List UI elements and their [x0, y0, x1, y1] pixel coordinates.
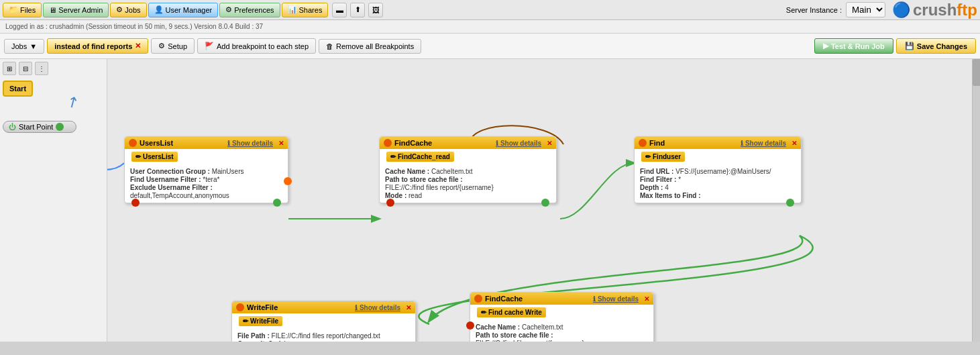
- node-body: Find URL : VFS://{username}:@MainUsers/ …: [635, 164, 801, 203]
- nav-extra-2[interactable]: ⬆: [350, 3, 365, 17]
- trash-icon: 🗑: [326, 42, 333, 50]
- close-icon[interactable]: ✕: [135, 42, 141, 50]
- workflow-canvas: ⊞ ⊟ ⋮ Start ↗ ⏻ Start Point UsersList ℹ …: [0, 59, 980, 342]
- show-details-btn[interactable]: ℹ Show details: [593, 295, 639, 303]
- shares-icon: 📊: [288, 5, 297, 14]
- active-dot: [56, 123, 64, 131]
- node-sub-header: Finduser: [641, 152, 685, 162]
- node-sub-header: UsersList: [131, 152, 178, 162]
- server-icon: 🖥: [49, 6, 56, 14]
- dots-icon[interactable]: ⋮: [35, 62, 48, 75]
- grid-icon[interactable]: ⊞: [3, 62, 16, 75]
- server-select[interactable]: Main: [846, 2, 885, 17]
- close-node-btn[interactable]: ✕: [406, 304, 411, 311]
- node-sub-header: WriteFile: [239, 316, 282, 326]
- node-body: User Connection Group : MainUsers Find U…: [125, 164, 288, 203]
- show-details-btn[interactable]: ℹ Show details: [496, 140, 541, 147]
- start-point-btn[interactable]: ⏻ Start Point: [3, 121, 76, 133]
- test-run-btn[interactable]: ▶ Test & Run Job: [814, 38, 893, 54]
- node-body: File Path : FILE://C:/find files report/…: [232, 329, 415, 342]
- layout-icon[interactable]: ⊟: [19, 62, 32, 75]
- write-file-node: WriteFile ℹ Show details ✕ WriteFile Fil…: [231, 301, 416, 342]
- toolbar: Jobs ▼ instead of find reports ✕ ⚙ Setup…: [0, 34, 980, 59]
- pencil-icon: [390, 153, 396, 160]
- logo: 🔵 crushftp: [892, 1, 977, 19]
- status-bar: Logged in as : crushadmin (Session timeo…: [0, 20, 980, 34]
- find-cache-read-header: FindCache ℹ Show details ✕: [380, 137, 556, 149]
- left-panel: ⊞ ⊟ ⋮ Start ↗ ⏻ Start Point: [0, 59, 107, 342]
- jobs-icon: ⚙: [116, 5, 123, 14]
- conn-dot-red-left: [466, 321, 474, 329]
- field-4: Max Items to Find :: [640, 192, 796, 199]
- conn-dot-orange-right: [284, 177, 292, 185]
- nav-files[interactable]: 📁 Files: [3, 3, 42, 17]
- jobs-dropdown-btn[interactable]: Jobs ▼: [4, 39, 44, 54]
- close-node-btn[interactable]: ✕: [547, 140, 552, 147]
- nav-shares[interactable]: 📊 Shares: [282, 3, 329, 17]
- top-nav: 📁 Files 🖥 Server Admin ⚙ Jobs 👤 User Man…: [0, 0, 980, 20]
- find-cache-write-node: FindCache ℹ Show details ✕ Find cache Wr…: [470, 292, 654, 342]
- nav-server-admin[interactable]: 🖥 Server Admin: [43, 3, 109, 17]
- scrollbar[interactable]: [972, 59, 980, 342]
- orange-dot: [639, 139, 647, 147]
- field-3: Exclude Username Filter :: [130, 184, 282, 191]
- field-2: Overwrite? : false: [237, 340, 410, 342]
- add-breakpoint-btn[interactable]: 🚩 Add breakpoint to each step: [197, 38, 316, 54]
- prefs-icon: ⚙: [225, 5, 232, 14]
- close-node-btn[interactable]: ✕: [644, 295, 649, 303]
- field-1: User Connection Group : MainUsers: [130, 168, 282, 175]
- orange-dot: [129, 139, 137, 147]
- orange-dot: [474, 295, 482, 303]
- field-2: Path to store cache file :: [476, 332, 648, 339]
- nav-user-manager[interactable]: 👤 User Manager: [148, 3, 219, 17]
- nav-jobs[interactable]: ⚙ Jobs: [110, 3, 146, 17]
- node-body: Cache Name : CacheItem.txt Path to store…: [470, 320, 653, 342]
- nav-extra-3[interactable]: 🖼: [368, 3, 383, 17]
- field-3: Depth : 4: [640, 184, 796, 191]
- start-block: Start: [3, 81, 33, 97]
- field-1: Find URL : VFS://{username}:@MainUsers/: [640, 168, 796, 175]
- users-list-node: UsersList ℹ Show details ✕ UsersList Use…: [124, 136, 288, 203]
- field-4: default,TempAccount,anonymous: [130, 192, 282, 199]
- nav-extra-1[interactable]: ▬: [332, 3, 347, 17]
- field-1: File Path : FILE://C:/find files report/…: [237, 332, 410, 340]
- pencil-icon: [243, 317, 248, 325]
- power-icon: ⏻: [9, 123, 16, 131]
- field-3: FILE://C:/find files report/{username}: [385, 184, 551, 191]
- orange-dot: [384, 139, 392, 147]
- find-cache-read-node: FindCache ℹ Show details ✕ FindCache_rea…: [379, 136, 557, 203]
- remove-breakpoints-btn[interactable]: 🗑 Remove all Breakpoints: [319, 39, 421, 54]
- field-3: FILE://C:/find files report/{username}: [476, 340, 648, 342]
- node-sub-header: FindCache_read: [386, 152, 454, 162]
- save-icon: 💾: [905, 42, 914, 50]
- usermgr-icon: 👤: [154, 5, 164, 14]
- show-details-btn[interactable]: ℹ Show details: [355, 304, 400, 311]
- write-file-header: WriteFile ℹ Show details ✕: [232, 301, 415, 313]
- flag-icon: 🚩: [205, 42, 214, 50]
- field-2: Find Username Filter : *tera*: [130, 176, 282, 183]
- field-2: Path to store cache file :: [385, 176, 551, 183]
- conn-dot-red-bottom: [131, 199, 140, 207]
- setup-btn[interactable]: ⚙ Setup: [151, 38, 195, 54]
- instead-btn[interactable]: instead of find reports ✕: [47, 38, 148, 54]
- show-details-btn[interactable]: ℹ Show details: [741, 140, 786, 147]
- conn-dot-green-bottom: [541, 199, 549, 207]
- save-changes-btn[interactable]: 💾 Save Changes: [896, 38, 976, 54]
- field-4: Mode : read: [385, 192, 551, 199]
- find-header: Find ℹ Show details ✕: [635, 137, 801, 149]
- conn-dot-green-right: [786, 199, 794, 207]
- close-node-btn[interactable]: ✕: [278, 140, 284, 147]
- left-panel-toolbar: ⊞ ⊟ ⋮: [3, 62, 104, 75]
- nav-preferences[interactable]: ⚙ Preferences: [219, 3, 280, 17]
- gear-icon: ⚙: [158, 42, 165, 50]
- show-details-btn[interactable]: ℹ Show details: [227, 140, 273, 147]
- field-2: Find Filter : *: [640, 176, 796, 183]
- close-node-btn[interactable]: ✕: [792, 140, 797, 147]
- play-icon: ▶: [823, 42, 828, 50]
- server-instance: Server Instance : Main: [786, 2, 885, 17]
- pencil-icon: [481, 309, 486, 316]
- chevron-down-icon: ▼: [30, 42, 37, 50]
- node-sub-header: Find cache Write: [477, 307, 546, 317]
- conn-dot-red-bottom: [386, 199, 394, 207]
- arrow-indicator: ↗: [63, 91, 83, 113]
